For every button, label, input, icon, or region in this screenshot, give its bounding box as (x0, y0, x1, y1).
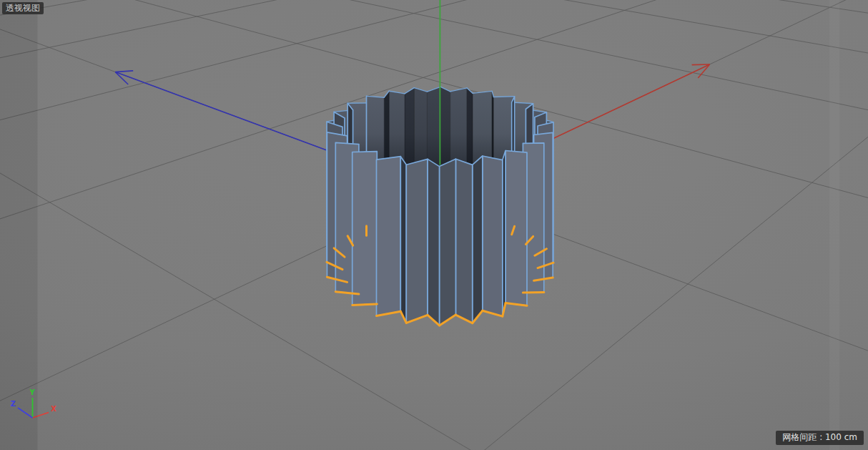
gizmo-y-label: Y (29, 388, 35, 396)
scene-svg[interactable]: Y X Z (0, 0, 868, 450)
gizmo-x-axis-line (33, 413, 49, 419)
grid-spacing-label: 网格间距 : 100 cm (776, 431, 864, 445)
gizmo-z-label: Z (11, 400, 16, 408)
view-label[interactable]: 透视视图 (2, 2, 44, 14)
viewport[interactable]: Y X Z 透视视图 网格间距 : 100 cm (0, 0, 868, 450)
gizmo-x-label: X (51, 405, 56, 413)
gizmo-z-axis-line (18, 408, 33, 418)
